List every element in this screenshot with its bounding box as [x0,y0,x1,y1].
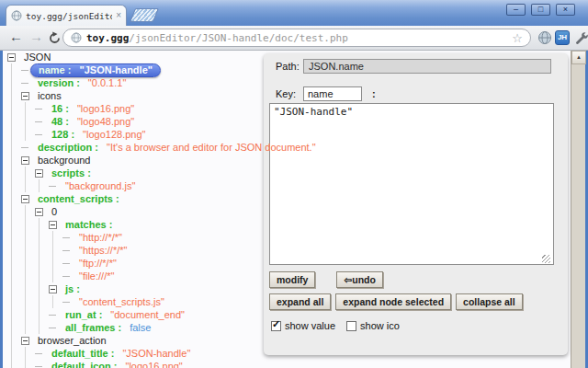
tree-node-run-at[interactable]: run_at :"document_end" [7,308,292,321]
tree-node-16[interactable]: 16 :"logo16.png" [7,102,292,115]
tree-node-48[interactable]: 48 :"logo48.png" [7,115,292,128]
tree-node-version[interactable]: version :"0.0.1.1" [7,76,292,89]
tree-node-content-scripts[interactable]: content_scripts : [7,192,292,205]
wrench-menu-icon[interactable] [573,30,588,45]
tree-guide-line [49,270,62,282]
globe-favicon-icon [11,10,22,21]
maximize-button[interactable]: □ [531,4,550,16]
node-value: "ftp://*/*" [79,258,117,269]
collapse-expander-icon[interactable] [21,154,35,167]
tree-node-default-icon[interactable]: default_icon :"logo16.png" [7,360,292,368]
tree-node-icons[interactable]: icons [7,89,292,102]
leaf-tick-icon [62,257,76,270]
tree-node-background-js[interactable]: "background.js" [7,179,292,192]
title-bar: toy.ggg/jsonEditor/JSON- × – □ × [0,0,588,26]
leaf-tick-icon [21,63,35,76]
leaf-tick-icon [35,115,49,128]
value-textarea[interactable]: "JSON-handle" [269,103,554,265]
tree-node-description[interactable]: description :"It's a browser and editor … [7,141,292,154]
tree-node-128[interactable]: 128 :"logo128.png" [7,128,292,141]
tree-guide-line [7,308,21,321]
collapse-expander-icon[interactable] [21,334,35,347]
tree-node-json[interactable]: JSON [7,51,292,63]
leaf-tick-icon [49,179,62,192]
node-value: "content_scripts.js" [79,296,164,307]
tree-guide-line [35,231,49,244]
tree-guide-line [21,347,35,360]
tree-guide-line [7,205,21,218]
tree-node-browser-action[interactable]: browser_action [7,334,292,347]
expand-node-selected-button[interactable]: expand node selected [335,293,451,310]
scroll-up-button[interactable]: ▲ [571,51,586,64]
collapse-expander-icon[interactable] [7,51,21,63]
undo-button[interactable]: ⇦undo [336,271,382,288]
tree-node-https[interactable]: "https://*/*" [7,244,292,257]
tree-guide-line [21,270,35,282]
tree-node-matches[interactable]: matches : [7,218,292,231]
address-bar[interactable]: toy.ggg/jsonEditor/JSON-handle/doc/test.… [62,29,531,47]
back-icon[interactable]: ← [9,29,23,44]
tree-node-content-scripts-js[interactable]: "content_scripts.js" [7,295,292,308]
page-scrollbar[interactable]: ▲ [571,51,585,368]
tree-node-scripts[interactable]: scripts : [7,167,292,179]
minimize-button[interactable]: – [506,4,526,16]
tree-guide-line [7,334,21,347]
collapse-expander-icon[interactable] [35,205,49,218]
collapse-expander-icon[interactable] [21,89,35,102]
tree-guide-line [7,244,21,257]
editor-panel: Path: Key: : "JSON-handle" modify ⇦undo … [264,53,568,355]
node-label: background [38,155,91,166]
tree-guide-line [7,231,21,244]
tree-guide-line [35,295,49,308]
url-path: /jsonEditor/JSON-handle/doc/test.php [129,32,347,44]
node-value: "background.js" [65,180,135,191]
tree-node-file[interactable]: "file:///*" [7,270,292,282]
tree-node-default-title[interactable]: default_title :"JSON-handle" [7,347,292,360]
tree-guide-line [21,128,35,141]
collapse-expander-icon[interactable] [21,192,35,205]
collapse-expander-icon[interactable] [49,282,62,295]
extension-globe-icon[interactable] [537,30,552,45]
json-tree: JSONname :"JSON-handle"version :"0.0.1.1… [7,51,292,368]
node-label: JSON [24,52,51,63]
window-controls: – □ × [506,4,575,16]
tree-node-js[interactable]: js : [7,282,292,295]
tree-node-http[interactable]: "http://*/*" [7,231,292,244]
browser-tab[interactable]: toy.ggg/jsonEditor/JSON- × [6,5,127,26]
collapse-all-button[interactable]: collapse all [456,293,523,310]
tree-guide-line [21,218,35,231]
node-value: "document_end" [110,309,185,320]
tree-guide-line [21,115,35,128]
node-key: default_title : [51,348,114,359]
tree-node-all-frames[interactable]: all_frames :false [7,321,292,334]
show-ico-checkbox[interactable]: ✓ [346,321,356,331]
browser-toolbar: ← → toy.ggg/jsonEditor/JSON-handle/doc/t… [0,26,588,51]
collapse-expander-icon[interactable] [35,167,49,179]
browser-window: toy.ggg/jsonEditor/JSON- × – □ × ← → toy… [0,0,588,368]
tree-guide-line [35,270,49,282]
tree-node-0[interactable]: 0 [7,205,292,218]
tree-node-name[interactable]: name :"JSON-handle" [7,63,292,76]
node-key: content_scripts : [38,193,119,204]
node-value: "JSON-handle" [122,348,190,359]
new-tab-button[interactable] [130,8,159,22]
path-input[interactable] [303,59,551,74]
forward-icon[interactable]: → [29,29,43,44]
node-value: "logo48.png" [77,116,134,127]
tab-close-icon[interactable]: × [116,11,121,20]
leaf-tick-icon [35,128,49,141]
collapse-expander-icon[interactable] [49,218,62,231]
reload-icon[interactable] [48,31,62,45]
node-key: run_at : [65,309,102,320]
key-input[interactable] [303,86,362,101]
tree-guide-line [7,154,21,167]
leaf-tick-icon [35,347,49,360]
window-close-button[interactable]: × [556,4,575,16]
json-handle-extension-icon[interactable]: JH [555,30,570,45]
tree-guide-line [35,308,49,321]
key-colon: : [372,88,376,99]
tree-guide-line [7,295,21,308]
tree-node-background[interactable]: background [7,154,292,167]
bookmark-star-icon[interactable]: ☆ [512,32,523,44]
tree-node-ftp[interactable]: "ftp://*/*" [7,257,292,270]
